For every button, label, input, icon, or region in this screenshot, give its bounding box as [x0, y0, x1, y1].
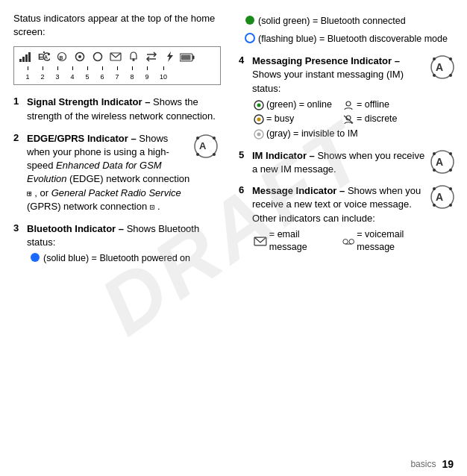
circle-icon-5 — [90, 51, 105, 64]
status-offline: = offline — [342, 98, 428, 112]
bluetooth-sub-flashing: (flashing blue) = Bluetooth discoverable… — [245, 33, 457, 48]
svg-point-61 — [449, 187, 452, 190]
envelope-icon-6 — [108, 51, 123, 64]
status-discrete: = discrete — [342, 113, 428, 126]
svg-point-63 — [449, 204, 452, 207]
section-body-2f: (GPRS) network connection — [27, 201, 147, 212]
section-title-5: IM Indicator – — [252, 150, 315, 161]
svg-rect-2 — [25, 54, 28, 62]
svg-point-27 — [213, 137, 216, 140]
section-item-3: 3 Bluetooth Indicator – Shows Bluetooth … — [13, 222, 221, 269]
svg-rect-22 — [192, 55, 195, 59]
section-body-4: Shows your instant messaging (IM) status… — [252, 69, 404, 93]
message-type-grid: = email message = voicemail message — [254, 228, 428, 254]
svg-point-8 — [48, 54, 49, 55]
section-item-1: 1 Signal Strength Indicator – Shows the … — [13, 95, 221, 122]
lightning-icon-9 — [162, 51, 177, 64]
bluetooth-flashing-blue-text: (flashing blue) = Bluetooth discoverable… — [258, 33, 448, 46]
section-content-2: EDGE/GPRS Indicator – Shows when your ph… — [27, 132, 191, 213]
bluetooth-solid-green-text: (solid green) = Bluetooth connected — [258, 15, 406, 28]
status-busy: = busy — [254, 113, 339, 126]
svg-marker-20 — [167, 51, 173, 62]
svg-text:A: A — [436, 61, 443, 73]
svg-point-62 — [433, 204, 436, 207]
gprs-symbol: ⊡ — [150, 202, 155, 212]
svg-rect-1 — [22, 57, 25, 62]
battery-icon-10 — [180, 52, 195, 64]
bluetooth-solid-blue-text: (solid blue) = Bluetooth powered on — [43, 252, 190, 266]
arrows-icon-8 — [144, 51, 159, 64]
svg-text:A: A — [44, 54, 48, 60]
status-bar-diagram: E A ʙ — [13, 46, 221, 85]
bell-icon-7 — [126, 51, 141, 64]
svg-point-45 — [449, 57, 452, 60]
svg-point-28 — [196, 153, 199, 156]
intro-text: Status indicators appear at the top of t… — [13, 12, 221, 39]
status-offline-text: = offline — [357, 98, 389, 112]
section-number-1: 1 — [13, 95, 27, 107]
bluetooth-status-icon: ʙ — [54, 51, 69, 64]
svg-point-55 — [343, 239, 348, 245]
svg-point-50 — [433, 152, 436, 155]
section-icon-6: A — [428, 184, 457, 212]
im-status-grid: (green) = online = offline = busy — [254, 98, 428, 141]
svg-point-34 — [257, 103, 261, 107]
svg-point-41 — [257, 132, 261, 136]
svg-point-52 — [433, 169, 436, 172]
svg-point-26 — [196, 137, 199, 140]
svg-text:A: A — [436, 156, 443, 168]
section-icon-2: A — [191, 134, 221, 161]
status-icons-row: E A ʙ — [19, 51, 216, 64]
svg-rect-23 — [181, 54, 191, 60]
section-number-3: 3 — [13, 222, 27, 234]
svg-point-51 — [449, 152, 452, 155]
edge-gprs-icon: E A — [37, 51, 51, 64]
bluetooth-sub-item-1: (solid blue) = Bluetooth powered on — [30, 252, 221, 267]
section-title-1: Signal Strength Indicator – — [27, 96, 150, 107]
svg-text:A: A — [436, 191, 443, 203]
msg-voicemail-text: = voicemail message — [357, 228, 428, 254]
signal-strength-icon — [19, 51, 34, 64]
status-discrete-text: = discrete — [357, 113, 398, 126]
svg-point-47 — [449, 74, 452, 77]
page-container: DRAFT Status indicators appear at the to… — [0, 0, 467, 476]
svg-point-37 — [257, 118, 261, 122]
section-icon-4: A — [428, 54, 457, 82]
msg-email-text: = email message — [269, 228, 339, 254]
footer-page-number: 19 — [442, 458, 454, 470]
bluetooth-solid-green-icon — [245, 15, 255, 30]
section-title-3: Bluetooth Indicator – — [27, 223, 124, 234]
footer-section-label: basics — [410, 459, 436, 469]
section-item-4: 4 Messaging Presence Indicator – Shows y… — [239, 54, 457, 142]
bluetooth-sub-green: (solid green) = Bluetooth connected — [245, 15, 457, 30]
section-title-6: Message Indicator – — [252, 185, 345, 196]
section-content-5: IM Indicator – Shows when you receive a … — [252, 149, 428, 176]
svg-text:A: A — [199, 140, 207, 151]
svg-text:E: E — [38, 52, 43, 61]
svg-point-44 — [433, 57, 436, 60]
status-invisible: (gray) = invisible to IM — [254, 128, 428, 141]
svg-point-31 — [245, 16, 254, 25]
svg-point-56 — [349, 239, 354, 245]
section-content-3: Bluetooth Indicator – Shows Bluetooth st… — [27, 222, 221, 269]
svg-point-30 — [31, 253, 40, 262]
section-content-4: Messaging Presence Indicator – Shows you… — [252, 54, 428, 142]
section-number-4: 4 — [239, 54, 252, 66]
section-item-5: 5 IM Indicator – Shows when you receive … — [239, 149, 457, 177]
section-icon-5: A — [428, 149, 457, 177]
right-column: (solid green) = Bluetooth connected (fla… — [231, 12, 467, 464]
section-body-2c: (EDGE) network connection — [69, 173, 189, 184]
svg-rect-0 — [19, 59, 22, 62]
bluetooth-solid-blue-icon — [30, 252, 40, 267]
section-number-2: 2 — [13, 132, 27, 143]
svg-text:ʙ: ʙ — [59, 53, 63, 61]
svg-point-29 — [213, 153, 216, 156]
status-busy-text: = busy — [266, 113, 294, 126]
section-title-4: Messaging Presence Indicator – — [252, 55, 400, 66]
svg-point-53 — [449, 169, 452, 172]
status-invisible-text: (gray) = invisible to IM — [266, 128, 358, 141]
svg-point-60 — [433, 187, 436, 190]
section-item-6: 6 Message Indicator – Shows when you rec… — [239, 184, 457, 254]
section-content-1: Signal Strength Indicator – Shows the st… — [27, 95, 221, 122]
svg-rect-3 — [28, 52, 31, 62]
